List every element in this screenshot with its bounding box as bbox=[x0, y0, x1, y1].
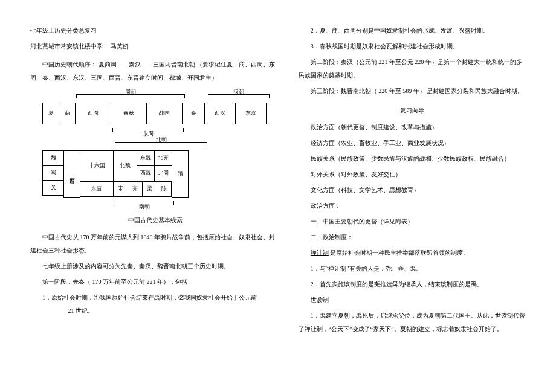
cell-shu: 蜀 bbox=[42, 165, 64, 181]
cell-qin: 秦 bbox=[182, 103, 205, 124]
right-p4: 第三阶段：魏晋南北朝（ 220 年至 589 年） 是封建国家分裂和民族大融合时… bbox=[299, 85, 526, 98]
left-p5b: 21 世纪。 bbox=[68, 307, 94, 314]
author-name: 马英娇 bbox=[111, 43, 129, 50]
brace-label-zhou: 周朝 bbox=[125, 86, 136, 98]
intro-paragraph: 中国历史朝代顺序： 夏商周——秦汉——三国两晋南北朝 （要求记住夏、商、西周、东… bbox=[30, 58, 280, 85]
shixi-1: 1．禹建立夏朝，禹死后，启继承父位，成为夏朝第二代国王。从此，世袭制代替了禅让制… bbox=[299, 309, 526, 336]
dynasty-row-1: 夏 商 西周 春秋 战国 秦 西汉 东汉 bbox=[42, 103, 280, 124]
cell-zhanguo: 战国 bbox=[146, 103, 183, 124]
guide-2: 经济方面（农业、畜牧业、手工业、商业发展状况） bbox=[299, 137, 526, 150]
cell-beiqi: 北齐 bbox=[154, 150, 172, 166]
brace-label-han: 汉朝 bbox=[233, 86, 244, 98]
shixi-line: 世袭制 bbox=[299, 294, 526, 307]
guide-title: 复习向导 bbox=[299, 104, 526, 117]
cell-shang: 商 bbox=[59, 103, 76, 124]
brace-label-nanchao: 南朝 bbox=[139, 201, 150, 213]
cell-wei: 魏 bbox=[42, 150, 64, 166]
sec-dynasty-change: 一、中国主要朝代的更替（详见附表） bbox=[299, 215, 526, 228]
cell-donghan: 东汉 bbox=[235, 103, 267, 124]
dynasty-diagram-2: 北朝 魏 西晋 十六国 北魏 东魏 北齐 西魏 北周 bbox=[42, 140, 280, 208]
dynasty-diagram-1: 周朝 汉朝 夏 商 西周 春秋 战国 秦 西汉 东汉 东周 bbox=[42, 92, 280, 135]
cell-xia: 夏 bbox=[42, 103, 59, 124]
cell-chunqiu: 春秋 bbox=[111, 103, 147, 124]
shanrang-1: 1．与“禅让制”有关的人是：尧、舜、禹。 bbox=[299, 262, 526, 275]
shanrang-2: 2．首先实施该制度的是尧推选舜为继承人，结束该制度的是禹。 bbox=[299, 278, 526, 291]
guide-3: 民族关系（民族政策、少数民族与汉族的战和、少数民族政权、民族融合） bbox=[299, 152, 526, 165]
section-subtitle: 中国古代史基本线索 bbox=[30, 214, 280, 227]
brace-label-beichao: 北朝 bbox=[156, 134, 167, 146]
guide-5: 文化方面（科技、文学艺术、思想教育） bbox=[299, 184, 526, 197]
right-p3: 第二阶段：秦汉（公元前 221 年至公元 220 年）是第一个封建大一统和统一的… bbox=[299, 56, 526, 82]
shanrang-line: 禅让制 是原始社会时期一种民主推举部落联盟首领的制度。 bbox=[299, 246, 526, 260]
left-p5a: 1．原始社会时期：①我国原始社会结束在禹时期；②我国奴隶社会开始于公元前 bbox=[42, 294, 257, 301]
sec-politics: 政治方面： bbox=[299, 199, 526, 213]
right-p2: 3．春秋战国时期是奴隶社会瓦解和封建社会形成时期。 bbox=[299, 40, 526, 53]
cell-wu: 吴 bbox=[42, 180, 64, 196]
shanrang-label: 禅让制 bbox=[311, 249, 329, 256]
guide-4: 对外关系（对外政策、友好交往） bbox=[299, 168, 526, 181]
brace-label-dongzhou: 东周 bbox=[143, 128, 154, 140]
cell-dongwei: 东魏 bbox=[137, 150, 155, 166]
cell-xihan: 西汉 bbox=[204, 103, 236, 124]
doc-subtitle: 河北藁城市常安镇北楼中学 马英娇 bbox=[30, 40, 280, 53]
shixi-label: 世袭制 bbox=[311, 297, 329, 303]
cell-xizhou: 西周 bbox=[75, 103, 111, 124]
school-name: 河北藁城市常安镇北楼中学 bbox=[30, 43, 103, 50]
left-p4: 第一阶段：先秦（ 170 万年前至公元前 221 年），包括 bbox=[30, 275, 280, 289]
guide-1: 政治方面（朝代更替、制度建设、改革与措施） bbox=[299, 121, 526, 134]
doc-title: 七年级上历史分类总复习 bbox=[30, 24, 280, 37]
left-p2: 中国古代史从 170 万年前的元谋人到 1840 年鸦片战争前，包括原始社会、奴… bbox=[30, 231, 280, 257]
left-p5: 1．原始社会时期：①我国原始社会结束在禹时期；②我国奴隶社会开始于公元前 21 … bbox=[30, 291, 280, 318]
shanrang-text: 是原始社会时期一种民主推举部落联盟首领的制度。 bbox=[329, 249, 470, 256]
right-p1: 2．夏、商、西周分别是中国奴隶制社会的形成、发展、兴盛时期。 bbox=[299, 24, 526, 37]
left-p3: 七年级上册涉及的内容可分为先秦、秦汉、魏晋南北朝三个历史时期。 bbox=[30, 260, 280, 273]
sec-political-system: 二、政治制度： bbox=[299, 231, 526, 244]
